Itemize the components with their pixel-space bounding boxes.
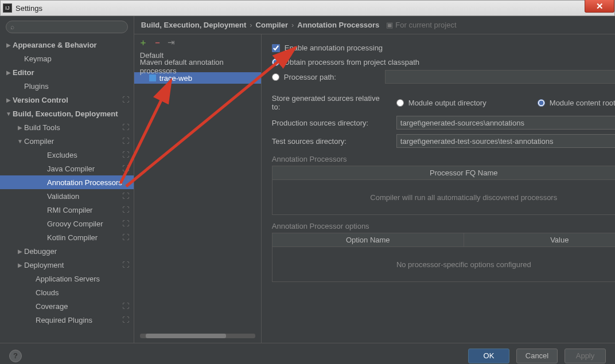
project-scope-icon: ⛶ (122, 220, 129, 228)
tree-item-label: Coverage (36, 302, 122, 311)
tree-item-keymap[interactable]: Keymap (0, 52, 134, 65)
tree-item-compiler[interactable]: Compiler⛶ (0, 134, 134, 148)
tree-item-label: Editor (13, 68, 129, 77)
settings-tree[interactable]: Appearance & BehaviorKeymapEditorPlugins… (0, 38, 134, 343)
tree-item-label: Keymap (24, 54, 129, 63)
test-src-input[interactable] (396, 134, 615, 148)
processors-table[interactable]: Processor FQ Name Compiler will run all … (272, 166, 615, 215)
project-scope-icon: ⛶ (122, 96, 129, 104)
tree-item-plugins[interactable]: Plugins (0, 79, 134, 93)
tree-item-application-servers[interactable]: Application Servers (0, 272, 134, 285)
project-scope-icon: ⛶ (122, 302, 129, 310)
project-scope-icon: ⛶ (122, 206, 129, 214)
tree-item-required-plugins[interactable]: Required Plugins⛶ (0, 313, 134, 327)
enable-annotation-label: Enable annotation processing (285, 44, 383, 52)
tree-item-excludes[interactable]: Excludes⛶ (0, 148, 134, 162)
expand-arrow-icon (16, 138, 24, 144)
apply-button[interactable]: Apply (565, 349, 606, 363)
module-icon (149, 75, 156, 81)
prod-src-input[interactable] (396, 116, 615, 130)
processors-col-header: Processor FQ Name (273, 166, 615, 179)
tree-item-annotation-processors[interactable]: Annotation Processors⛶ (0, 175, 134, 189)
tree-item-label: Clouds (36, 288, 129, 297)
window-title: Settings (15, 4, 42, 13)
options-section-title: Annotation Processor options (272, 222, 615, 230)
options-empty-text: No processor-specific options configured (273, 247, 615, 281)
tree-item-build-execution-deployment[interactable]: Build, Execution, Deployment (0, 107, 134, 120)
tree-item-label: RMI Compiler (47, 206, 122, 214)
help-button[interactable]: ? (9, 350, 22, 362)
module-output-radio[interactable] (396, 99, 404, 107)
options-col-name: Option Name (273, 233, 464, 246)
module-content-radio[interactable] (538, 99, 545, 107)
project-scope-icon: ⛶ (122, 137, 129, 145)
expand-arrow-icon (5, 42, 13, 48)
search-input[interactable] (6, 21, 128, 33)
breadcrumb-seg: Annotation Processors (297, 21, 379, 29)
tree-item-label: Debugger (24, 247, 129, 256)
expand-arrow-icon (16, 248, 24, 255)
prod-src-label: Production sources directory: (272, 119, 390, 127)
test-src-label: Test sources directory: (272, 137, 390, 146)
tree-item-clouds[interactable]: Clouds (0, 285, 134, 299)
obtain-classpath-radio[interactable] (272, 58, 279, 66)
tree-item-rmi-compiler[interactable]: RMI Compiler⛶ (0, 203, 134, 217)
tree-item-groovy-compiler[interactable]: Groovy Compiler⛶ (0, 217, 134, 230)
app-icon: IJ (3, 3, 12, 13)
tree-item-deployment[interactable]: Deployment⛶ (0, 258, 134, 272)
add-profile-button[interactable]: ＋ (139, 38, 147, 46)
expand-arrow-icon (16, 124, 24, 131)
tree-item-validation[interactable]: Validation⛶ (0, 189, 134, 203)
horizontal-scrollbar[interactable] (140, 334, 255, 338)
project-scope-icon: ⛶ (122, 316, 129, 324)
tree-item-debugger[interactable]: Debugger (0, 244, 134, 258)
cancel-button[interactable]: Cancel (516, 349, 558, 363)
tree-item-appearance-behavior[interactable]: Appearance & Behavior (0, 38, 134, 52)
processor-path-input[interactable] (385, 70, 615, 84)
tree-item-kotlin-compiler[interactable]: Kotlin Compiler⛶ (0, 230, 134, 244)
breadcrumb-hint: ▣ For current project (386, 21, 456, 29)
expand-arrow-icon (5, 69, 13, 76)
button-bar: ? OK Cancel Apply (0, 343, 615, 364)
project-scope-icon: ⛶ (122, 261, 129, 269)
close-button[interactable]: ✕ (585, 0, 614, 13)
processor-path-radio[interactable] (272, 73, 279, 81)
tree-item-label: Deployment (24, 261, 122, 269)
move-module-button[interactable]: ⇥ (168, 38, 175, 46)
project-icon: ▣ (386, 21, 393, 29)
project-scope-icon: ⛶ (122, 151, 129, 159)
processor-path-label: Processor path: (284, 73, 385, 81)
titlebar: IJ Settings ✕ (0, 0, 615, 16)
breadcrumb: Build, Execution, Deployment › Compiler … (134, 16, 615, 34)
profile-panel: ＋ － ⇥ Default Maven default annotation p… (134, 34, 262, 343)
search-icon: ⌕ (10, 23, 14, 31)
enable-annotation-checkbox[interactable] (272, 44, 280, 52)
expand-arrow-icon (5, 97, 13, 103)
tree-item-label: Groovy Compiler (47, 220, 122, 228)
tree-item-build-tools[interactable]: Build Tools⛶ (0, 120, 134, 134)
tree-item-label: Application Servers (36, 275, 129, 283)
ok-button[interactable]: OK (468, 349, 509, 363)
project-scope-icon: ⛶ (122, 233, 129, 241)
tree-item-label: Excludes (47, 151, 122, 159)
tree-item-java-compiler[interactable]: Java Compiler⛶ (0, 162, 134, 175)
tree-item-label: Build Tools (24, 123, 122, 132)
tree-item-label: Plugins (24, 82, 129, 91)
store-relative-label: Store generated sources relative to: (272, 94, 390, 111)
tree-item-label: Kotlin Compiler (47, 233, 122, 242)
tree-item-version-control[interactable]: Version Control⛶ (0, 93, 134, 107)
tree-item-label: Required Plugins (36, 316, 122, 324)
tree-item-coverage[interactable]: Coverage⛶ (0, 299, 134, 313)
tree-item-label: Appearance & Behavior (13, 41, 129, 49)
tree-item-label: Compiler (24, 137, 122, 146)
processors-empty-text: Compiler will run all automatically disc… (273, 180, 615, 214)
profile-item[interactable]: Maven default annotation processors (134, 61, 261, 72)
tree-item-editor[interactable]: Editor (0, 65, 134, 79)
settings-sidebar: ⌕ Appearance & BehaviorKeymapEditorPlugi… (0, 16, 134, 343)
project-scope-icon: ⛶ (122, 165, 129, 173)
expand-arrow-icon (5, 111, 13, 117)
processors-section-title: Annotation Processors (272, 155, 615, 163)
options-table[interactable]: Option Name Value No processor-specific … (272, 233, 615, 282)
tree-item-label: Annotation Processors (47, 178, 122, 187)
remove-profile-button[interactable]: － (153, 38, 162, 46)
